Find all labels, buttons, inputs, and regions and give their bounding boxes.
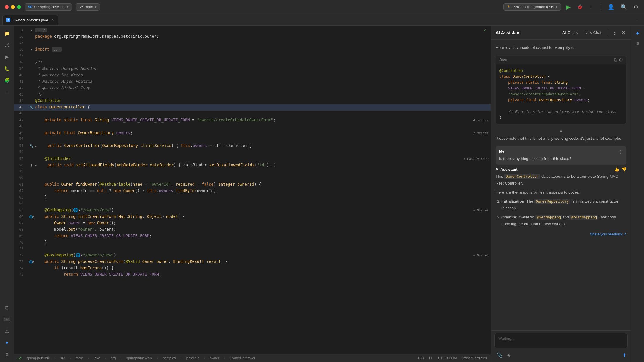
code-line-38: 38 /** [14,59,491,65]
code-line-64: 64 [14,201,491,207]
right-strip: ✦ m [631,26,644,362]
settings-icon[interactable]: ⚙ [632,3,639,11]
user-message-header: Me ⋮ [499,149,623,155]
code-line-51: 51 🔧 ▶ public OwnerController(OwnerRepos… [14,143,491,149]
fold-arrow[interactable]: ▶ [31,28,32,33]
sidebar-icon-git[interactable]: ⎇ [2,40,12,50]
code-line-1: 1 ▶ .../ ✓ [14,27,491,33]
right-strip-label: m [636,42,640,45]
sidebar-icon-problems[interactable]: ⚠ [2,326,12,336]
ai-feedback[interactable]: Share your feedback ↗ [491,230,631,239]
code-line-70: 70 } [14,239,491,246]
ai-code-expand-btn[interactable]: ⬡ [619,58,623,62]
code-line-41: 41 * @author Arjen Poutsma [14,78,491,85]
status-path-src: src [60,356,65,360]
sidebar-icon-plugins[interactable]: 🧩 [2,75,12,85]
project-selector[interactable]: SP SP spring-petclinic ▾ [25,3,72,11]
status-dot: ⎇ [18,356,22,360]
search-icon[interactable]: 🔍 [619,3,628,11]
code-line-55: 55 @InitBinder ✦ Costin Leau [14,156,491,162]
ai-intro-text: Here is a Java code block just to exempl… [491,43,631,53]
code-line-50: 50 [14,136,491,143]
ai-right-strip-icon[interactable]: ✦ [633,28,643,39]
profile-icon[interactable]: 👤 [607,3,615,11]
fullscreen-button[interactable] [17,5,21,9]
run-button[interactable]: ▶ [565,2,572,12]
debug-button[interactable]: 🐞 [576,3,584,11]
divider [601,4,601,10]
tab-ownercontroller[interactable]: J OwnerController.java ✕ [2,15,58,25]
status-path-springframework: springframework [126,356,152,360]
status-branch: spring-petclinic [26,356,50,360]
sidebar-icon-project[interactable]: 📁 [2,28,12,39]
ai-panel: AI Assistant All Chats New Chat ⋮ ✕ Here… [491,26,631,362]
ai-input-area: 📎 ◈ ⬆ [491,330,631,362]
title-bar-right: 🏃 PetClinicIntegrationTests ▾ ▶ 🐞 ⋮ 👤 🔍 … [503,2,639,12]
ai-response-message: AI Assistant 👍 👎 This OwnerController cl… [496,167,626,227]
sidebar-icon-debug[interactable]: 🐛 [2,63,12,74]
ai-code-content: @Controller class OwnerController { priv… [496,64,626,124]
code-line-18: 18 ▶ import ... [14,46,491,53]
sidebar-icon-git-log[interactable]: ⊞ [2,302,12,313]
ai-collapse-btn[interactable]: ▲ [491,127,631,134]
ai-code-copy-btn[interactable]: ⎘ [614,58,617,62]
ai-input-field[interactable] [494,333,628,348]
sidebar-icon-more[interactable]: ⋯ [2,87,12,97]
gutter-73: 🌐@ [29,260,34,264]
tab-more-button[interactable]: ⋯ [632,16,642,24]
fold-arrow-18[interactable]: ▶ [31,47,32,52]
code-line-65: 65 @GetMapping(🌐▾"/owners/new") ✦ Mic +1 [14,207,491,213]
code-line-72: 72 @PostMapping(🌐▾"/owners/new") ✦ Mic +… [14,252,491,258]
ai-message-actions: 👍 👎 [614,167,626,172]
sidebar-icon-terminal[interactable]: ⌨ [2,314,12,325]
user-sender: Me [499,149,504,155]
sidebar-icon-run[interactable]: ▶ [2,51,12,62]
run-gutter-51[interactable]: 🔧 [30,144,34,149]
more-options-button[interactable]: ⋮ [588,3,596,11]
fold-56[interactable]: ▶ [35,164,37,167]
code-line-46: 46 [14,111,491,117]
sidebar-icon-ai[interactable]: ✦ [2,337,12,348]
code-line-71: 71 [14,246,491,252]
run-gutter-icon[interactable]: 🔧 [30,105,34,110]
ai-thumbs-up-btn[interactable]: 👍 [614,167,619,172]
code-line-63: 63 } [14,194,491,201]
code-editor[interactable]: 1 ▶ .../ ✓ 16 package org.springframewor… [14,26,491,354]
ai-code-actions: ⎘ ⬡ [614,58,623,62]
all-chats-button[interactable]: All Chats [560,29,580,36]
gutter-66: 🌐@ [29,215,34,219]
branch-selector[interactable]: ⎇ main ▾ [76,3,100,11]
close-button[interactable] [5,5,9,9]
ai-thumbs-down-btn[interactable]: 👎 [621,167,626,172]
code-line-66: 66 🌐@ public String initCreationForm(Map… [14,213,491,220]
user-message-more-btn[interactable]: ⋮ [618,149,623,155]
code-line-54: 54 [14,149,491,156]
run-config-selector[interactable]: 🏃 PetClinicIntegrationTests ▾ [503,3,561,11]
tab-close-btn[interactable]: ✕ [50,17,54,23]
ai-response-point-1: Initialization: The OwnerRepository is i… [501,198,626,212]
code-line-68: 68 model.put("owner", owner); [14,226,491,233]
ai-message-header: AI Assistant 👍 👎 [496,167,626,172]
status-sep: › [54,356,56,360]
title-bar: SP SP spring-petclinic ▾ ⎇ main ▾ 🏃 PetC… [0,0,644,14]
code-line-40: 40 * @author Ken Krebs [14,72,491,78]
status-path-petclinic: petclinic [186,356,199,360]
new-chat-button[interactable]: New Chat [582,29,604,36]
ai-response-after-intro: Here are the responsibilities it appears… [496,189,626,196]
fold-51[interactable]: ▶ [35,144,37,148]
status-position: 45:1 [418,356,424,360]
ai-input-attach-btn[interactable]: 📎 [496,351,504,359]
ai-header-divider [607,30,607,36]
status-path-main: main [76,356,83,360]
ai-after-code-text: Please note that this is not a fully wor… [491,134,631,144]
code-line-60: 60 [14,175,491,181]
ai-close-button[interactable]: ✕ [620,29,626,37]
traffic-lights [5,5,21,9]
code-line-59: 59 [14,168,491,175]
ai-more-options-button[interactable]: ⋮ [611,29,618,37]
minimize-button[interactable] [11,5,15,9]
ai-messages[interactable]: Here is a Java code block just to exempl… [491,40,631,330]
ai-input-context-btn[interactable]: ◈ [506,352,512,359]
ai-input-send-btn[interactable]: ⬆ [622,352,626,358]
sidebar-icon-settings[interactable]: ⚙ [2,349,12,360]
